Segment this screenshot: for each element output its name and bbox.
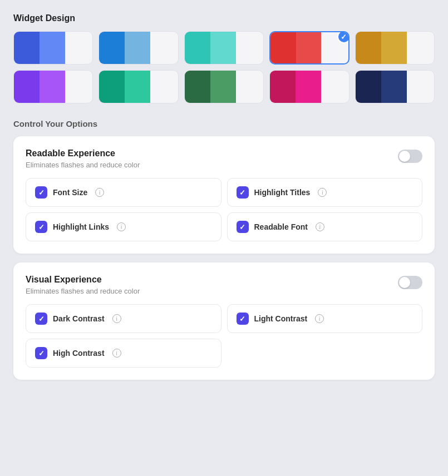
light-contrast-info-icon[interactable]: i xyxy=(315,314,324,323)
control-options-title: Control Your Options xyxy=(13,119,435,128)
font-size-checkbox[interactable]: ✓ xyxy=(35,186,47,199)
high-contrast-label: High Contrast xyxy=(53,349,105,358)
readable-experience-title: Readable Experience xyxy=(26,148,140,158)
selected-badge: ✓ xyxy=(337,31,349,43)
visual-experience-card: Visual Experience Eliminates flashes and… xyxy=(13,262,435,380)
swatch-1[interactable] xyxy=(13,31,93,65)
font-size-option[interactable]: ✓ Font Size i xyxy=(26,178,221,207)
dark-contrast-info-icon[interactable]: i xyxy=(112,314,121,323)
swatch-9[interactable] xyxy=(269,70,349,103)
widget-design-grid: ✓ xyxy=(13,31,435,103)
dark-contrast-option[interactable]: ✓ Dark Contrast i xyxy=(26,304,221,333)
highlight-links-info-icon[interactable]: i xyxy=(117,222,126,231)
highlight-titles-label: Highlight Titles xyxy=(254,188,311,197)
dark-contrast-check-icon: ✓ xyxy=(38,315,45,323)
visual-experience-toggle[interactable] xyxy=(398,276,422,289)
highlight-titles-check-icon: ✓ xyxy=(239,189,245,197)
swatch-4[interactable]: ✓ xyxy=(269,31,349,65)
high-contrast-checkbox[interactable]: ✓ xyxy=(35,347,47,359)
readable-experience-subtitle: Eliminates flashes and reduce color xyxy=(26,161,140,169)
swatch-6[interactable] xyxy=(13,70,93,103)
visual-experience-subtitle: Eliminates flashes and reduce color xyxy=(26,287,140,295)
swatch-5[interactable] xyxy=(355,31,435,65)
control-options-section: Control Your Options Readable Experience… xyxy=(13,119,435,380)
light-contrast-label: Light Contrast xyxy=(254,314,308,323)
highlight-links-option[interactable]: ✓ Highlight Links i xyxy=(26,212,221,241)
highlight-titles-option[interactable]: ✓ Highlight Titles i xyxy=(227,178,423,207)
readable-font-option[interactable]: ✓ Readable Font i xyxy=(227,212,423,241)
dark-contrast-checkbox[interactable]: ✓ xyxy=(35,313,47,325)
highlight-titles-info-icon[interactable]: i xyxy=(318,188,327,197)
readable-font-label: Readable Font xyxy=(254,222,308,231)
dark-contrast-label: Dark Contrast xyxy=(53,314,105,323)
page-container: Widget Design xyxy=(13,13,435,380)
visual-experience-title: Visual Experience xyxy=(26,275,140,285)
high-contrast-check-icon: ✓ xyxy=(38,349,45,358)
readable-experience-header: Readable Experience Eliminates flashes a… xyxy=(26,148,422,169)
swatch-8[interactable] xyxy=(184,70,264,103)
font-size-info-icon[interactable]: i xyxy=(95,188,104,197)
swatch-2[interactable] xyxy=(99,31,178,65)
high-contrast-info-icon[interactable]: i xyxy=(112,349,121,358)
swatch-3[interactable] xyxy=(184,31,264,65)
highlight-links-checkbox[interactable]: ✓ xyxy=(35,221,47,233)
high-contrast-option[interactable]: ✓ High Contrast i xyxy=(26,339,221,368)
readable-font-info-icon[interactable]: i xyxy=(316,222,324,231)
readable-options-grid: ✓ Font Size i ✓ Highlight Titles i xyxy=(26,178,422,241)
light-contrast-check-icon: ✓ xyxy=(239,315,245,323)
highlight-links-check-icon: ✓ xyxy=(38,223,45,231)
readable-experience-card: Readable Experience Eliminates flashes a… xyxy=(13,136,435,254)
visual-options-grid: ✓ Dark Contrast i ✓ Light Contrast i xyxy=(26,304,422,368)
light-contrast-checkbox[interactable]: ✓ xyxy=(237,313,249,325)
widget-design-title: Widget Design xyxy=(13,13,435,23)
swatch-7[interactable] xyxy=(99,70,178,103)
font-size-label: Font Size xyxy=(53,188,87,197)
readable-font-checkbox[interactable]: ✓ xyxy=(237,221,249,233)
readable-font-check-icon: ✓ xyxy=(239,223,245,231)
light-contrast-option[interactable]: ✓ Light Contrast i xyxy=(227,304,423,333)
widget-design-section: Widget Design xyxy=(13,13,435,103)
font-size-check-icon: ✓ xyxy=(38,189,45,197)
readable-experience-toggle[interactable] xyxy=(398,150,422,163)
highlight-titles-checkbox[interactable]: ✓ xyxy=(237,186,249,199)
highlight-links-label: Highlight Links xyxy=(53,222,109,231)
swatch-10[interactable] xyxy=(355,70,435,103)
visual-experience-header: Visual Experience Eliminates flashes and… xyxy=(26,275,422,295)
